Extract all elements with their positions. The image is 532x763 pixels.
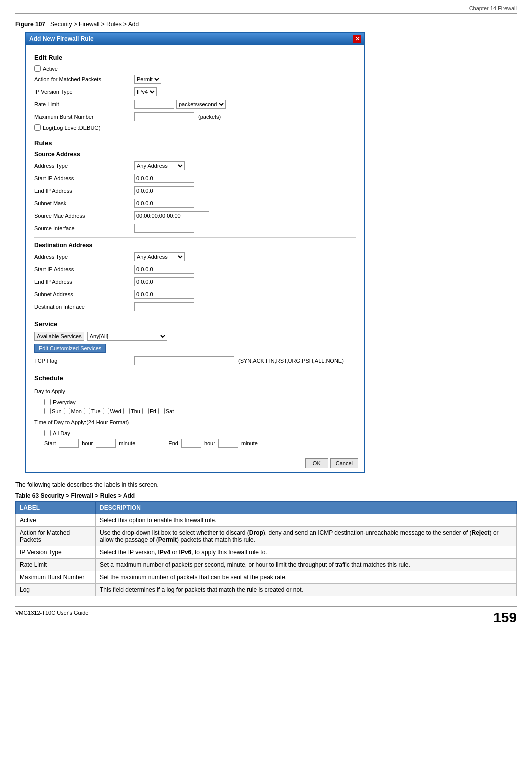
- time-of-day-label: Time of Day to Apply:(24-Hour Format): [34, 419, 134, 425]
- ip-version-select[interactable]: IPv4 IPv6: [134, 87, 157, 96]
- dst-subnet-input[interactable]: [134, 290, 194, 299]
- row-label-rate-limit: Rate Limit: [16, 559, 96, 571]
- days-row: Sun Mon Tue Wed Thu Fri Sat: [44, 408, 356, 414]
- figure-label: Figure 107: [15, 21, 45, 28]
- thu-label: Thu: [131, 408, 140, 414]
- dst-address-type-select[interactable]: Any Address Single Address Range Address…: [134, 252, 185, 261]
- rate-unit-select[interactable]: packets/second packets/minute packets/ho…: [176, 100, 226, 109]
- start-hour-input[interactable]: [59, 439, 79, 448]
- dst-end-ip-input[interactable]: [134, 277, 194, 286]
- log-checkbox[interactable]: [34, 124, 41, 131]
- dialog-footer: OK Cancel: [26, 454, 364, 472]
- table-row: IP Version Type Select the IP version, I…: [16, 546, 517, 559]
- wed-checkbox[interactable]: [103, 408, 109, 414]
- figure-caption: Figure 107 Security > Firewall > Rules >…: [15, 21, 517, 28]
- src-end-ip-input[interactable]: [134, 186, 194, 195]
- cancel-button[interactable]: Cancel: [330, 458, 358, 468]
- everyday-checkbox[interactable]: [44, 399, 51, 405]
- end-minute-label: minute: [241, 440, 258, 446]
- sat-checkbox[interactable]: [158, 408, 165, 414]
- dialog-title: Add New Firewall Rule: [29, 35, 94, 42]
- edit-rule-section-title: Edit Rule: [34, 54, 356, 61]
- max-burst-input[interactable]: [134, 112, 194, 121]
- day-to-apply-label-row: Day to Apply: [34, 386, 356, 396]
- dst-subnet-label: Subnet Address: [34, 291, 134, 297]
- dialog-window: Add New Firewall Rule ✕ Edit Rule Active…: [25, 32, 365, 473]
- src-subnet-label: Subnet Mask: [34, 200, 134, 206]
- end-hour-label: hour: [204, 440, 215, 446]
- rules-section-title: Rules: [34, 139, 356, 147]
- rate-limit-input[interactable]: [134, 100, 174, 109]
- footer-product: VMG1312-T10C User's Guide: [15, 610, 88, 626]
- ok-button[interactable]: OK: [305, 458, 328, 468]
- src-address-type-row: Address Type Any Address Single Address …: [34, 161, 356, 171]
- dst-interface-input[interactable]: [134, 302, 194, 311]
- page-footer: VMG1312-T10C User's Guide 159: [15, 606, 517, 626]
- action-select[interactable]: Permit Drop Reject: [134, 75, 161, 84]
- tcp-flag-row: TCP Flag (SYN,ACK,FIN,RST,URG,PSH,ALL,NO…: [34, 356, 356, 366]
- dst-interface-row: Destination Interface: [34, 302, 356, 312]
- src-subnet-input[interactable]: [134, 199, 194, 208]
- src-mac-input[interactable]: [134, 211, 209, 220]
- tcp-flag-input[interactable]: [134, 356, 234, 365]
- sun-checkbox[interactable]: [44, 408, 51, 414]
- reject-bold: Reject: [472, 529, 490, 536]
- ip-version-row: IP Version Type IPv4 IPv6: [34, 87, 356, 97]
- dst-end-ip-row: End IP Address: [34, 277, 356, 287]
- avail-services-label: Available Services: [34, 332, 84, 341]
- table-row: Rate Limit Set a maximum number of packe…: [16, 559, 517, 571]
- tue-checkbox[interactable]: [84, 408, 90, 414]
- table-row: Action for Matched Packets Use the drop-…: [16, 527, 517, 546]
- thu-checkbox[interactable]: [123, 408, 130, 414]
- time-inputs-row: Start hour minute End hour minute: [44, 439, 356, 448]
- rate-limit-label: Rate Limit: [34, 101, 134, 107]
- src-start-ip-input[interactable]: [134, 174, 194, 183]
- action-row: Action for Matched Packets Permit Drop R…: [34, 74, 356, 84]
- chapter-title: Chapter 14 Firewall: [469, 5, 517, 11]
- row-desc-ip-version: Select the IP version, IPv4 or IPv6, to …: [96, 546, 517, 559]
- wed-label: Wed: [110, 408, 121, 414]
- row-label-active: Active: [16, 514, 96, 527]
- src-address-type-select[interactable]: Any Address Single Address Range Address…: [134, 161, 185, 170]
- section-text: The following table describes the labels…: [15, 481, 517, 488]
- table-row: Log This field determines if a log for p…: [16, 584, 517, 596]
- table-caption: Table 63 Security > Firewall > Rules > A…: [15, 492, 517, 499]
- log-row: Log(Log Level:DEBUG): [34, 124, 356, 131]
- dialog-titlebar: Add New Firewall Rule ✕: [26, 33, 364, 45]
- mon-checkbox[interactable]: [64, 408, 70, 414]
- dst-start-ip-row: Start IP Address: [34, 264, 356, 274]
- dst-address-type-label: Address Type: [34, 254, 134, 260]
- log-label: Log(Log Level:DEBUG): [43, 125, 101, 131]
- destination-address-title: Destination Address: [34, 242, 356, 249]
- start-minute-input[interactable]: [96, 439, 116, 448]
- active-checkbox[interactable]: [34, 65, 41, 72]
- dst-start-ip-input[interactable]: [134, 265, 194, 274]
- time-label-row: Time of Day to Apply:(24-Hour Format): [34, 417, 356, 427]
- src-interface-row: Source Interface: [34, 223, 356, 233]
- edit-services-row: Edit Customized Services: [34, 343, 356, 353]
- row-label-log: Log: [16, 584, 96, 596]
- everyday-label: Everyday: [53, 399, 76, 405]
- allday-label: All Day: [53, 430, 70, 436]
- fri-checkbox[interactable]: [142, 408, 149, 414]
- rate-limit-row: Rate Limit packets/second packets/minute…: [34, 99, 356, 109]
- dst-interface-label: Destination Interface: [34, 304, 134, 310]
- allday-checkbox[interactable]: [44, 430, 51, 436]
- row-desc-rate-limit: Set a maximum number of packets per seco…: [96, 559, 517, 571]
- figure-path: Security > Firewall > Rules > Add: [50, 21, 139, 28]
- dialog-close-button[interactable]: ✕: [353, 35, 361, 43]
- end-minute-input[interactable]: [218, 439, 238, 448]
- row-label-max-burst: Maximum Burst Number: [16, 571, 96, 584]
- src-interface-input[interactable]: [134, 224, 194, 233]
- end-hour-input[interactable]: [181, 439, 201, 448]
- ipv4-bold: IPv4: [158, 549, 171, 556]
- src-end-ip-label: End IP Address: [34, 188, 134, 194]
- sat-label: Sat: [166, 408, 174, 414]
- fri-label: Fri: [150, 408, 156, 414]
- edit-services-button[interactable]: Edit Customized Services: [34, 344, 106, 353]
- avail-services-select[interactable]: Any[All]: [87, 332, 167, 341]
- avail-services-row: Available Services Any[All]: [34, 332, 356, 341]
- dst-end-ip-label: End IP Address: [34, 279, 134, 285]
- day-to-apply-label: Day to Apply: [34, 388, 134, 394]
- dst-address-type-row: Address Type Any Address Single Address …: [34, 252, 356, 262]
